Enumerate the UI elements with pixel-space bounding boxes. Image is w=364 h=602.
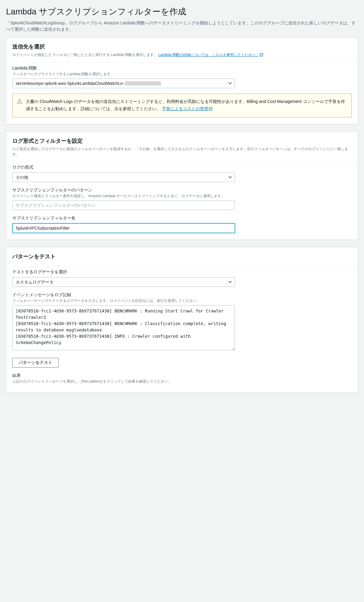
external-link-icon xyxy=(260,53,263,58)
lambda-function-select[interactable]: serverlessrepo-splunk-aws-SplunkLambdaCl… xyxy=(12,79,235,88)
event-messages-hint: フィルターパターンでテストするログデータを入力します。ログイベントを区切るには、… xyxy=(12,298,352,303)
event-messages-label: イベントメッセージをログ記録 xyxy=(12,292,352,298)
log-format-select[interactable]: その他 xyxy=(12,172,235,182)
svg-point-1 xyxy=(19,103,20,103)
panel-test: パターンをテスト テストするログデータを選択 カスタムログデータ イベントメッセ… xyxy=(6,247,358,393)
warning-icon xyxy=(17,99,22,104)
panel-filter: ログ形式とフィルターを設定 ログ形式を選択してログデータに推奨のフィルターパター… xyxy=(6,132,358,240)
event-messages-textarea[interactable] xyxy=(12,305,235,350)
lambda-function-label: Lambda 関数 xyxy=(12,66,352,71)
log-format-label: ログの形式 xyxy=(12,165,352,170)
test-pattern-button[interactable]: パターンをテスト xyxy=(12,358,59,368)
filter-pattern-hint: ログイベント構造とフィルター条件を指定し、Amazon Lambda サービスへ… xyxy=(12,194,352,199)
filter-pattern-label: サブスクリプションフィルターのパターン xyxy=(12,188,352,193)
filter-name-label: サブスクリプションフィルター名 xyxy=(12,216,352,221)
filter-pattern-input[interactable] xyxy=(12,200,235,210)
budget-link[interactable]: 予算によるコストの管理 xyxy=(162,106,208,111)
redacted-text xyxy=(125,81,161,85)
section-filter-title: ログ形式とフィルターを設定 xyxy=(12,137,352,144)
lambda-docs-link[interactable]: Lambda 関数の詳細については、こちらを参照してください。 xyxy=(158,53,259,57)
filter-name-input[interactable] xyxy=(12,223,235,233)
results-label: 結果 xyxy=(12,373,352,378)
test-data-select-label: テストするログデータを選択 xyxy=(12,269,352,275)
lambda-function-hint: フィルターにサブスクライブする Lambda 関数を選択します。 xyxy=(12,72,352,77)
page-title: Lambda サブスクリプションフィルターを作成 xyxy=(6,6,358,17)
section-destination-desc: ログイベントが指定したフィルタに一致したときに実行する Lambda 関数を選択… xyxy=(12,52,352,58)
results-hint: 上記のログイベントメッセージを選択し、[Test pattern] をクリックし… xyxy=(12,379,352,384)
panel-destination: 送信先を選択 ログイベントが指定したフィルタに一致したときに実行する Lambd… xyxy=(6,37,358,124)
cost-warning-alert: 大量の CloudWatch Logs のデータを他の送信先にストリーミングする… xyxy=(12,94,352,118)
external-link-icon xyxy=(209,106,212,113)
test-data-select[interactable]: カスタムログデータ xyxy=(12,277,235,287)
page-description: 「SplunkCloudWatchLogGroup」ロググループから Amazo… xyxy=(6,20,358,33)
section-filter-desc: ログ形式を選択してログデータに推奨のフィルターパターンを取得するか、「その他」を… xyxy=(12,146,352,157)
section-destination-title: 送信先を選択 xyxy=(12,43,352,50)
section-test-title: パターンをテスト xyxy=(12,253,352,260)
